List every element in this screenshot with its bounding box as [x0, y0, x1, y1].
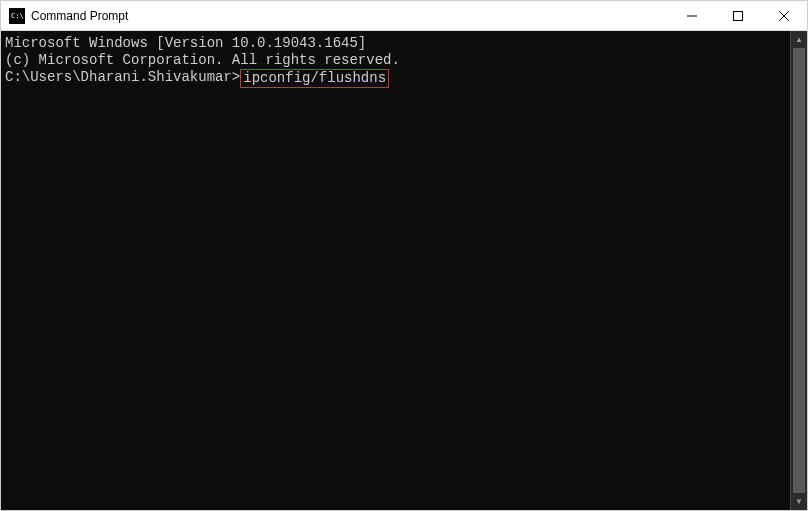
terminal-prompt-line: C:\Users\Dharani.Shivakumar>ipconfig/flu…: [5, 69, 786, 88]
scroll-thumb[interactable]: [793, 48, 805, 493]
cmd-icon: C:\: [9, 8, 25, 24]
scroll-down-arrow-icon[interactable]: ▼: [791, 493, 807, 510]
vertical-scrollbar[interactable]: ▲ ▼: [790, 31, 807, 510]
minimize-button[interactable]: [669, 1, 715, 31]
scroll-up-arrow-icon[interactable]: ▲: [791, 31, 807, 48]
window-title: Command Prompt: [31, 9, 669, 23]
svg-text:C:\: C:\: [11, 12, 24, 20]
terminal-content[interactable]: Microsoft Windows [Version 10.0.19043.16…: [1, 31, 790, 510]
window-controls: [669, 1, 807, 30]
terminal-command-highlight: ipconfig/flushdns: [240, 69, 389, 88]
title-bar[interactable]: C:\ Command Prompt: [1, 1, 807, 31]
terminal-output-line: (c) Microsoft Corporation. All rights re…: [5, 52, 786, 69]
command-prompt-window: C:\ Command Prompt Microsoft Windows [Ve…: [0, 0, 808, 511]
scroll-track[interactable]: [791, 48, 807, 493]
close-button[interactable]: [761, 1, 807, 31]
svg-rect-3: [734, 12, 743, 21]
maximize-button[interactable]: [715, 1, 761, 31]
terminal-area: Microsoft Windows [Version 10.0.19043.16…: [1, 31, 807, 510]
terminal-output-line: Microsoft Windows [Version 10.0.19043.16…: [5, 35, 786, 52]
terminal-command: ipconfig/flushdns: [243, 70, 386, 86]
terminal-prompt: C:\Users\Dharani.Shivakumar>: [5, 69, 240, 86]
